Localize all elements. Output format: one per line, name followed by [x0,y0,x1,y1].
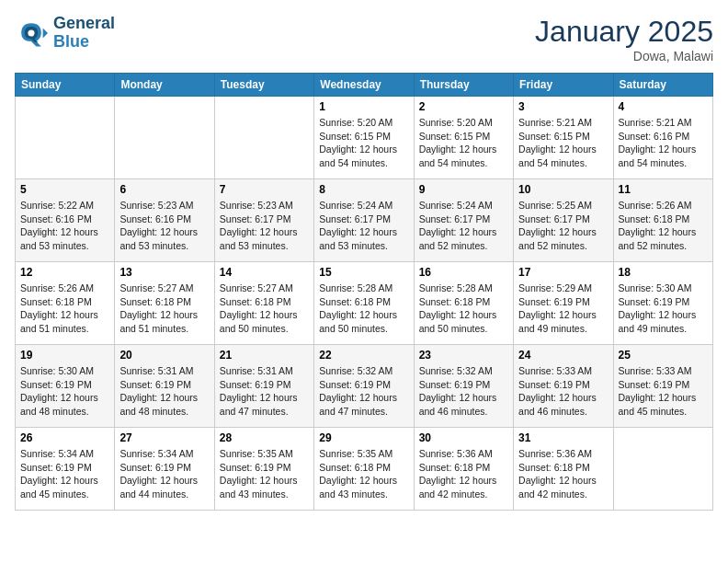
calendar-cell: 26Sunrise: 5:34 AMSunset: 6:19 PMDayligh… [16,428,115,511]
day-number: 5 [20,183,109,196]
header-row: SundayMondayTuesdayWednesdayThursdayFrid… [16,74,713,97]
day-number: 24 [518,349,608,362]
calendar-cell: 31Sunrise: 5:36 AMSunset: 6:18 PMDayligh… [514,428,613,511]
svg-marker-0 [43,28,48,38]
day-info: Sunrise: 5:27 AMSunset: 6:18 PMDaylight:… [119,282,209,336]
day-number: 15 [319,266,408,279]
day-info: Sunrise: 5:32 AMSunset: 6:19 PMDaylight:… [419,364,508,419]
day-number: 7 [220,183,309,196]
calendar-cell: 11Sunrise: 5:26 AMSunset: 6:18 PMDayligh… [613,179,712,262]
calendar-week-4: 19Sunrise: 5:30 AMSunset: 6:19 PMDayligh… [16,345,713,428]
calendar-cell: 19Sunrise: 5:30 AMSunset: 6:19 PMDayligh… [16,345,115,428]
day-number: 6 [119,183,209,196]
day-number: 10 [518,183,608,196]
day-number: 9 [419,183,508,196]
day-number: 17 [518,266,608,279]
calendar-cell: 20Sunrise: 5:31 AMSunset: 6:19 PMDayligh… [115,345,214,428]
calendar-cell: 28Sunrise: 5:35 AMSunset: 6:19 PMDayligh… [214,428,313,511]
calendar-cell: 15Sunrise: 5:28 AMSunset: 6:18 PMDayligh… [314,262,414,345]
header-day-thursday: Thursday [414,74,513,97]
day-number: 3 [518,100,608,113]
calendar-cell: 3Sunrise: 5:21 AMSunset: 6:15 PMDaylight… [514,97,613,179]
calendar-cell: 17Sunrise: 5:29 AMSunset: 6:19 PMDayligh… [514,262,613,345]
header-day-monday: Monday [115,74,214,97]
calendar-week-5: 26Sunrise: 5:34 AMSunset: 6:19 PMDayligh… [16,428,713,511]
day-info: Sunrise: 5:21 AMSunset: 6:16 PMDaylight:… [619,116,708,170]
day-number: 22 [319,349,408,362]
day-number: 12 [20,266,109,279]
calendar-cell [16,97,115,179]
day-number: 2 [419,100,508,113]
day-number: 27 [119,431,209,444]
day-info: Sunrise: 5:24 AMSunset: 6:17 PMDaylight:… [319,199,408,253]
calendar-cell: 24Sunrise: 5:33 AMSunset: 6:19 PMDayligh… [514,345,613,428]
calendar-table: SundayMondayTuesdayWednesdayThursdayFrid… [15,73,713,511]
calendar-cell: 23Sunrise: 5:32 AMSunset: 6:19 PMDayligh… [414,345,513,428]
calendar-cell: 27Sunrise: 5:34 AMSunset: 6:19 PMDayligh… [115,428,214,511]
day-info: Sunrise: 5:33 AMSunset: 6:19 PMDaylight:… [518,364,608,419]
day-info: Sunrise: 5:31 AMSunset: 6:19 PMDaylight:… [119,364,209,419]
day-number: 25 [619,349,708,362]
calendar-cell: 21Sunrise: 5:31 AMSunset: 6:19 PMDayligh… [214,345,313,428]
day-number: 8 [319,183,408,196]
day-info: Sunrise: 5:34 AMSunset: 6:19 PMDaylight:… [20,447,109,501]
calendar-cell: 4Sunrise: 5:21 AMSunset: 6:16 PMDaylight… [613,97,712,179]
calendar-cell [115,97,214,179]
location: Dowa, Malawi [535,49,713,63]
calendar-cell [214,97,313,179]
calendar-week-2: 5Sunrise: 5:22 AMSunset: 6:16 PMDaylight… [16,179,713,262]
calendar-cell: 30Sunrise: 5:36 AMSunset: 6:18 PMDayligh… [414,428,513,511]
calendar-cell: 2Sunrise: 5:20 AMSunset: 6:15 PMDaylight… [414,97,513,179]
calendar-cell: 29Sunrise: 5:35 AMSunset: 6:18 PMDayligh… [314,428,414,511]
calendar-cell: 10Sunrise: 5:25 AMSunset: 6:17 PMDayligh… [514,179,613,262]
day-number: 20 [119,349,209,362]
day-info: Sunrise: 5:30 AMSunset: 6:19 PMDaylight:… [619,282,708,336]
logo: General Blue [15,15,115,52]
header-day-tuesday: Tuesday [214,74,313,97]
calendar-cell: 22Sunrise: 5:32 AMSunset: 6:19 PMDayligh… [314,345,414,428]
day-info: Sunrise: 5:26 AMSunset: 6:18 PMDaylight:… [619,199,708,253]
day-info: Sunrise: 5:34 AMSunset: 6:19 PMDaylight:… [119,447,209,501]
day-info: Sunrise: 5:25 AMSunset: 6:17 PMDaylight:… [518,199,608,253]
day-info: Sunrise: 5:23 AMSunset: 6:17 PMDaylight:… [220,199,309,253]
calendar-cell: 6Sunrise: 5:23 AMSunset: 6:16 PMDaylight… [115,179,214,262]
day-info: Sunrise: 5:32 AMSunset: 6:19 PMDaylight:… [319,364,408,419]
day-info: Sunrise: 5:28 AMSunset: 6:18 PMDaylight:… [319,282,408,336]
day-number: 18 [619,266,708,279]
calendar-body: 1Sunrise: 5:20 AMSunset: 6:15 PMDaylight… [16,97,713,511]
calendar-cell: 9Sunrise: 5:24 AMSunset: 6:17 PMDaylight… [414,179,513,262]
day-number: 13 [119,266,209,279]
day-info: Sunrise: 5:28 AMSunset: 6:18 PMDaylight:… [419,282,508,336]
day-info: Sunrise: 5:24 AMSunset: 6:17 PMDaylight:… [419,199,508,253]
day-number: 30 [419,431,508,444]
title-block: January 2025 Dowa, Malawi [535,15,713,63]
logo-text: General Blue [53,15,115,52]
header-day-sunday: Sunday [16,74,115,97]
day-info: Sunrise: 5:20 AMSunset: 6:15 PMDaylight:… [419,116,508,170]
day-number: 29 [319,431,408,444]
day-number: 16 [419,266,508,279]
calendar-cell: 1Sunrise: 5:20 AMSunset: 6:15 PMDaylight… [314,97,414,179]
calendar-cell: 16Sunrise: 5:28 AMSunset: 6:18 PMDayligh… [414,262,513,345]
calendar-cell: 5Sunrise: 5:22 AMSunset: 6:16 PMDaylight… [16,179,115,262]
month-title: January 2025 [535,15,713,49]
day-info: Sunrise: 5:26 AMSunset: 6:18 PMDaylight:… [20,282,109,336]
day-number: 23 [419,349,508,362]
day-info: Sunrise: 5:23 AMSunset: 6:16 PMDaylight:… [119,199,209,253]
page-header: General Blue January 2025 Dowa, Malawi [15,15,713,63]
calendar-cell: 14Sunrise: 5:27 AMSunset: 6:18 PMDayligh… [214,262,313,345]
day-info: Sunrise: 5:31 AMSunset: 6:19 PMDaylight:… [220,364,309,419]
day-info: Sunrise: 5:33 AMSunset: 6:19 PMDaylight:… [619,364,708,419]
day-info: Sunrise: 5:21 AMSunset: 6:15 PMDaylight:… [518,116,608,170]
day-number: 31 [518,431,608,444]
day-number: 14 [220,266,309,279]
calendar-cell: 13Sunrise: 5:27 AMSunset: 6:18 PMDayligh… [115,262,214,345]
day-number: 19 [20,349,109,362]
day-info: Sunrise: 5:35 AMSunset: 6:19 PMDaylight:… [220,447,309,501]
day-number: 11 [619,183,708,196]
header-day-wednesday: Wednesday [314,74,414,97]
day-info: Sunrise: 5:22 AMSunset: 6:16 PMDaylight:… [20,199,109,253]
day-number: 1 [319,100,408,113]
day-info: Sunrise: 5:30 AMSunset: 6:19 PMDaylight:… [20,364,109,419]
header-day-saturday: Saturday [613,74,712,97]
